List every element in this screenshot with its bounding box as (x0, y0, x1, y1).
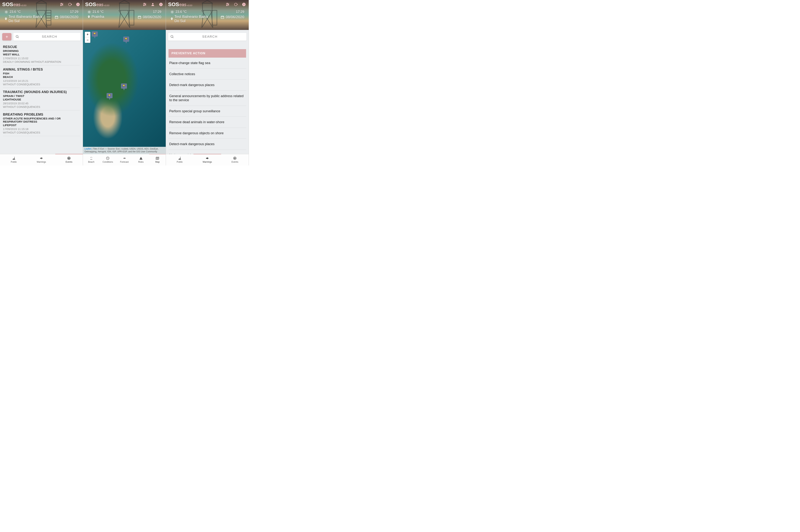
nav-warnings[interactable]: Warnings (193, 154, 221, 166)
svg-line-33 (18, 37, 19, 38)
action-item[interactable]: General announcements by public address … (168, 91, 246, 106)
action-item[interactable]: Remove dead animals in water-shore (168, 117, 246, 128)
map[interactable]: + − Leaflet | Tiles © Esri — Source: Esr… (83, 30, 166, 154)
nav-label: Map (155, 161, 160, 163)
action-list: Place-change state flag seaCollective no… (166, 58, 249, 154)
action-item[interactable]: Detect-mark dangerous places (168, 80, 246, 91)
zoom-control: + − (85, 32, 90, 43)
svg-rect-65 (138, 16, 141, 18)
location[interactable]: Test Balneario Barra Do Sul (4, 15, 47, 23)
search-input[interactable] (21, 35, 78, 39)
brand-part1: SOS (85, 1, 96, 7)
svg-line-90 (171, 11, 171, 11)
nav-label: Events (231, 161, 238, 163)
nav-forecast[interactable]: Forecast (116, 154, 133, 166)
help-icon[interactable]: ? (159, 2, 164, 7)
action-item[interactable]: Collective notices (168, 69, 246, 80)
nav-risks[interactable]: Risks (133, 154, 149, 166)
svg-point-82 (235, 3, 237, 6)
date[interactable]: 08/06/2020 (55, 15, 78, 19)
help-icon[interactable]: ? (241, 2, 246, 7)
calendar-icon (138, 15, 141, 19)
action-item[interactable]: Place-change state flag sea (168, 58, 246, 69)
action-item[interactable]: Remove dangerous objects on shore (168, 128, 246, 139)
action-item[interactable]: Notice to activity teachers (168, 150, 246, 154)
nav-label: Forecast (120, 161, 129, 163)
temperature: 23.6 °C (170, 10, 213, 14)
svg-rect-80 (228, 4, 229, 5)
event-sub1: SPRAIN / TWIST (3, 94, 80, 97)
date[interactable]: 08/06/2020 (138, 15, 161, 19)
temperature: 23.6 °C (4, 10, 47, 14)
section-header: PREVENTIVE ACTION (168, 49, 246, 58)
nav-conditions[interactable]: Conditions (99, 154, 116, 166)
svg-line-27 (7, 11, 7, 11)
nav-events[interactable]: Events (55, 154, 83, 166)
event-timestamp: 17/09/2019 11:15:02 (3, 57, 80, 60)
date[interactable]: 08/06/2020 (221, 15, 244, 19)
event-sub2: BEACH (3, 75, 80, 78)
nav-public[interactable]: Public (0, 154, 27, 166)
svg-line-63 (88, 13, 89, 13)
refresh-icon[interactable] (233, 2, 238, 7)
location-text: Test Balneario Barra Do Sul (174, 15, 213, 23)
event-note: DEADLY DROWNING WITHOUT ASPIRATION (3, 60, 80, 63)
svg-rect-94 (221, 16, 224, 18)
svg-line-92 (171, 13, 171, 13)
location-text: Prainha (91, 15, 104, 19)
attribution-text: | Tiles © Esri — Source: Esri, i-cubed, … (85, 148, 159, 153)
nav-public[interactable]: Public (166, 154, 193, 166)
bottom-nav: Beach Conditions Forecast Risks Map (83, 154, 166, 166)
event-note: WITHOUT CONSEQUENCES (3, 131, 80, 134)
map-marker[interactable] (121, 83, 127, 91)
svg-line-64 (90, 11, 90, 11)
brand-version: v1.0.3 (187, 4, 192, 6)
time-value: 17:29 (55, 10, 78, 14)
event-item[interactable]: RESCUEDROWNINGWEST WALL17/09/2019 11:15:… (3, 43, 80, 65)
map-marker[interactable] (107, 93, 113, 100)
nav-map[interactable]: Map (149, 154, 166, 166)
events-list: RESCUEDROWNINGWEST WALL17/09/2019 11:15:… (0, 43, 83, 136)
tune-icon[interactable] (142, 2, 147, 7)
zoom-in-button[interactable]: + (85, 32, 90, 37)
user-icon[interactable] (150, 2, 155, 7)
event-timestamp: 28/10/2019 20:02:45 (3, 102, 80, 105)
map-marker[interactable] (123, 37, 129, 43)
date-value: 08/06/2020 (60, 15, 78, 19)
refresh-icon[interactable] (67, 2, 72, 7)
sun-icon (4, 10, 8, 14)
tune-icon[interactable] (59, 2, 64, 7)
svg-line-61 (88, 11, 89, 11)
nav-warnings[interactable]: Warnings (27, 154, 55, 166)
leaflet-link[interactable]: Leaflet (85, 148, 91, 150)
add-button[interactable]: + (2, 33, 12, 40)
help-icon[interactable]: ? (75, 2, 80, 7)
tune-icon[interactable] (225, 2, 230, 7)
event-sub1: DROWNING (3, 49, 80, 53)
search-field[interactable] (168, 33, 246, 41)
event-item[interactable]: BREATHING PROBLEMSOTHER ACUTE INSUFFICIE… (3, 110, 80, 136)
event-sub2: LIFEPOST (3, 124, 80, 127)
zoom-out-button[interactable]: − (85, 37, 90, 43)
action-item[interactable]: Detect-mark dangerous places (168, 139, 246, 150)
action-item[interactable]: Perform special group surveillance (168, 106, 246, 117)
nav-beach[interactable]: Beach (83, 154, 99, 166)
svg-line-25 (7, 13, 7, 13)
brand-part2: eas (96, 2, 104, 7)
svg-rect-50 (144, 3, 145, 4)
event-sub1: FISH (3, 72, 80, 75)
svg-point-56 (89, 11, 90, 13)
event-item[interactable]: TRAUMATIC (WOUNDS AND INJURIES)SPRAIN / … (3, 88, 80, 110)
location[interactable]: Test Balneario Barra Do Sul (170, 15, 213, 23)
nav-label: Public (11, 161, 17, 163)
nav-events[interactable]: Events (221, 154, 249, 166)
search-field[interactable] (13, 33, 80, 41)
map-marker[interactable] (92, 32, 98, 38)
temp-value: 23.6 °C (10, 10, 21, 14)
location[interactable]: Prainha (87, 15, 104, 19)
event-item[interactable]: ANIMAL STINGS / BITESFISHBEACH12/10/2019… (3, 65, 80, 88)
search-icon (170, 35, 174, 39)
screen-events: SOS eas v1.0.3 ? (0, 0, 83, 166)
brand-version: v1.0.3 (21, 4, 26, 6)
search-input[interactable] (175, 35, 244, 39)
